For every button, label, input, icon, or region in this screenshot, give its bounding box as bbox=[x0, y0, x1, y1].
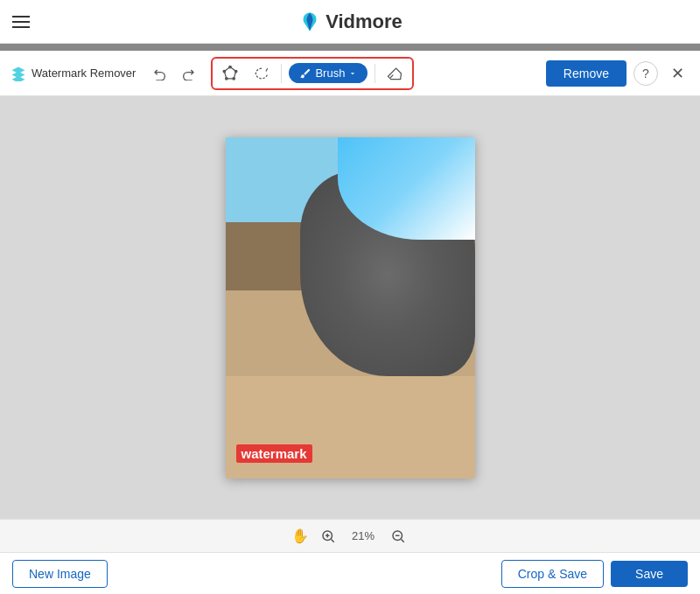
undo-redo-group bbox=[148, 61, 200, 86]
app-name-label: Watermark Remover bbox=[10, 66, 136, 81]
zoom-out-button[interactable] bbox=[388, 526, 409, 547]
svg-point-2 bbox=[235, 70, 238, 73]
tool-selection-group: Brush bbox=[211, 57, 414, 90]
tool-divider-2 bbox=[374, 64, 375, 83]
undo-button[interactable] bbox=[148, 61, 172, 86]
svg-point-4 bbox=[226, 77, 228, 80]
pan-button[interactable]: ✋ bbox=[291, 528, 309, 544]
crop-save-button[interactable]: Crop & Save bbox=[501, 560, 604, 588]
redo-button[interactable] bbox=[176, 61, 200, 86]
svg-point-1 bbox=[229, 66, 232, 68]
divider-bar bbox=[0, 44, 700, 51]
logo: Vidmore bbox=[298, 10, 402, 34]
svg-marker-0 bbox=[225, 66, 236, 78]
zoom-level: 21% bbox=[347, 529, 379, 542]
help-button[interactable]: ? bbox=[634, 61, 658, 86]
svg-line-7 bbox=[331, 539, 333, 542]
lasso-tool-button[interactable] bbox=[249, 63, 274, 84]
svg-point-3 bbox=[233, 77, 235, 80]
beach-image bbox=[226, 137, 475, 479]
watermark-remover-icon bbox=[10, 66, 26, 81]
canvas-area: watermark bbox=[0, 96, 700, 519]
polygon-tool-button[interactable] bbox=[218, 63, 242, 84]
watermark-overlay: watermark bbox=[236, 444, 312, 463]
tool-divider-1 bbox=[281, 64, 282, 83]
title-bar: Vidmore bbox=[0, 0, 700, 44]
remove-button[interactable]: Remove bbox=[546, 60, 626, 87]
zoom-bar: ✋ 21% bbox=[0, 519, 700, 552]
logo-icon bbox=[298, 10, 322, 34]
toolbar-bar: Watermark Remover bbox=[0, 51, 700, 96]
svg-point-5 bbox=[224, 70, 227, 73]
logo-text: Vidmore bbox=[326, 10, 402, 33]
svg-line-11 bbox=[401, 539, 403, 542]
menu-icon[interactable] bbox=[12, 16, 30, 28]
save-button[interactable]: Save bbox=[611, 561, 688, 587]
action-bar: New Image Crop & Save Save bbox=[0, 552, 700, 594]
eraser-tool-button[interactable] bbox=[382, 63, 407, 84]
zoom-in-button[interactable] bbox=[318, 526, 339, 547]
close-button[interactable]: ✕ bbox=[665, 61, 690, 86]
new-image-button[interactable]: New Image bbox=[12, 560, 108, 588]
image-container: watermark bbox=[226, 137, 475, 479]
brush-tool-button[interactable]: Brush bbox=[289, 63, 368, 83]
